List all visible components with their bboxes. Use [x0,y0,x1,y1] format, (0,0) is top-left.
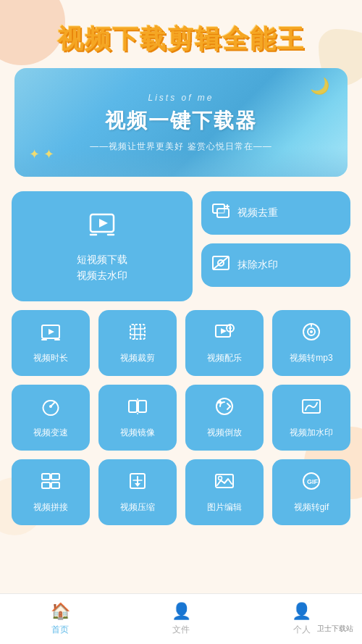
card-image-edit[interactable]: 图片编辑 [185,459,264,525]
svg-rect-41 [51,482,59,488]
feature-row-2: 视频时长 视频裁剪 [12,310,350,376]
feature-row-4: 视频拼接 视频压缩 [12,459,350,525]
card-video-crop[interactable]: 视频裁剪 [98,310,177,376]
svg-point-47 [219,476,222,480]
video-merge-icon [41,471,61,495]
nav-profile-label: 个人 [293,624,311,636]
card-video-mirror-label: 视频镜像 [120,427,155,439]
svg-rect-5 [217,209,229,217]
feature-row-3: 视频变速 视频镜像 [12,385,350,451]
moon-icon: 🌙 [310,77,329,96]
svg-rect-15 [130,325,145,339]
nav-home[interactable]: 🏠 首页 [0,602,121,636]
card-video-dedup-label: 视频去重 [237,206,278,219]
video-compress-icon [127,471,148,495]
card-video-add-watermark[interactable]: 视频加水印 [272,385,350,451]
video-reverse-icon [214,396,235,421]
card-video-duration[interactable]: 视频时长 [12,310,90,376]
video-mirror-icon [127,396,148,421]
nav-files-label: 文件 [172,624,190,636]
nav-files[interactable]: 👤 文件 [121,602,242,636]
watermark: 卫士下载站 [314,622,356,635]
card-video-speed-label: 视频变速 [33,427,68,439]
video-download-icon [88,209,117,244]
card-video-to-mp3-label: 视频转mp3 [290,352,332,364]
video-add-watermark-icon [301,396,321,421]
video-crop-icon [127,322,148,346]
banner-subtitle: Lists of me [148,93,214,103]
card-video-music-label: 视频配乐 [207,352,242,364]
image-edit-icon [214,471,235,495]
card-video-compress-label: 视频压缩 [120,501,155,514]
bottom-nav: 🏠 首页 👤 文件 👤 个人 [0,593,362,644]
card-video-reverse[interactable]: 视频倒放 [185,385,264,451]
card-video-duration-label: 视频时长 [33,352,68,364]
svg-rect-46 [216,474,233,488]
card-video-to-mp3[interactable]: 视频转mp3 [272,310,350,376]
card-video-add-watermark-label: 视频加水印 [290,427,333,439]
app-title: 视频下载剪辑全能王 [0,0,362,68]
video-to-gif-icon: GIF [301,471,321,495]
files-icon: 👤 [172,602,191,621]
card-video-merge[interactable]: 视频拼接 [12,459,90,525]
svg-rect-38 [42,474,50,480]
svg-point-29 [49,405,52,408]
card-col-right: 视频去重 抹除水印 [201,191,350,301]
card-video-dedup[interactable]: 视频去重 [201,191,350,235]
video-music-icon [214,322,235,346]
card-short-video-download[interactable]: 短视频下载视频去水印 [12,191,193,301]
card-video-merge-label: 视频拼接 [33,501,68,514]
svg-line-36 [227,406,230,409]
video-speed-icon [41,396,61,421]
svg-rect-40 [42,482,50,488]
nav-home-label: 首页 [51,624,69,636]
profile-icon: 👤 [292,602,311,621]
card-remove-watermark[interactable]: 抹除水印 [201,243,350,287]
svg-rect-39 [51,474,59,480]
svg-text:GIF: GIF [307,478,319,485]
svg-point-27 [310,330,313,333]
home-icon: 🏠 [51,602,70,621]
svg-rect-31 [138,401,146,412]
svg-marker-12 [49,329,54,335]
card-video-reverse-label: 视频倒放 [207,427,242,439]
video-duration-icon [41,322,61,346]
card-video-speed[interactable]: 视频变速 [12,385,90,451]
svg-marker-1 [99,219,108,227]
svg-line-10 [213,256,229,269]
banner-wave [14,148,348,177]
remove-watermark-icon [211,254,230,277]
feature-row-top: 短视频下载视频去水印 视频去重 [12,191,350,301]
card-video-compress[interactable]: 视频压缩 [98,459,177,525]
svg-marker-21 [221,328,227,334]
card-image-edit-label: 图片编辑 [207,501,242,514]
card-video-to-gif[interactable]: GIF 视频转gif [272,459,350,525]
card-video-to-gif-label: 视频转gif [294,501,329,514]
features-area: 短视频下载视频去水印 视频去重 [0,191,362,525]
svg-marker-44 [135,483,140,487]
card-video-music[interactable]: 视频配乐 [185,310,264,376]
card-video-crop-label: 视频裁剪 [120,352,155,364]
svg-rect-30 [129,401,137,412]
banner-title: 视频一键下载器 [105,107,257,135]
video-to-mp3-icon [301,322,321,346]
card-video-mirror[interactable]: 视频镜像 [98,385,177,451]
page-wrapper: 视频下载剪辑全能王 🌙 Lists of me 视频一键下载器 ——视频让世界更… [0,0,362,592]
card-short-video-label: 短视频下载视频去水印 [77,251,127,284]
video-dedup-icon [211,201,230,225]
banner: 🌙 Lists of me 视频一键下载器 ——视频让世界更美好 鉴赏心悦日常在… [14,68,348,177]
card-remove-watermark-label: 抹除水印 [237,259,278,272]
